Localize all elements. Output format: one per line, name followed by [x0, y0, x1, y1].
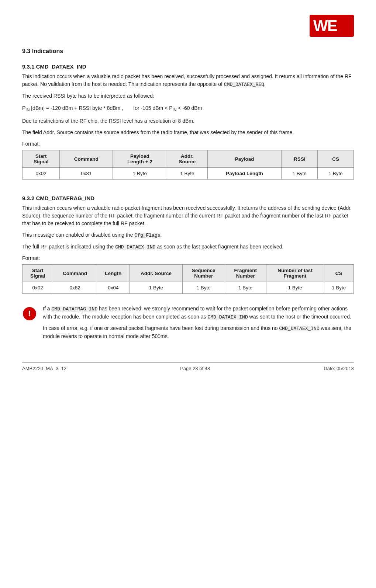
format-label-1: Format: [22, 140, 354, 148]
footer: AMB2220_MA_3_12 Page 28 of 48 Date: 05/2… [22, 362, 354, 371]
section-9-3: 9.3 Indications [22, 48, 354, 55]
cell-1byte-cs: 1 Byte [318, 168, 354, 180]
section-9-3-2-title: 9.3.2 CMD_DATAFRAG_IND [22, 195, 354, 201]
section-9-3-1: 9.3.1 CMD_DATAEX_IND This indication occ… [22, 63, 354, 180]
para-9-3-1-5: The field Addr. Source contains the sour… [22, 129, 354, 136]
footer-right: Date: 05/2018 [324, 366, 354, 371]
cell-1byte-addr: 1 Byte [167, 168, 207, 180]
cell2-0x04: 0x04 [97, 282, 130, 294]
col-header-start-signal: StartSignal [23, 150, 60, 168]
col-header-cs: CS [318, 150, 354, 168]
notice-para-2: In case of error, e.g. if one or several… [43, 324, 354, 340]
section-9-3-1-title: 9.3.1 CMD_DATAEX_IND [22, 63, 354, 70]
cell2-1byte-lastfrag: 1 Byte [266, 282, 324, 294]
page: WE 9.3 Indications 9.3.1 CMD_DATAEX_IND … [0, 0, 376, 379]
col2-header-num-last-frag: Number of lastFragment [266, 265, 324, 282]
para-9-3-2-2: This message can enabled or disabled usi… [22, 231, 354, 239]
col-header-payload: Payload [207, 150, 281, 168]
section-9-3-title: 9.3 Indications [22, 48, 354, 55]
cell-1byte-rssi: 1 Byte [282, 168, 318, 180]
notice-icon-container: ! [22, 305, 37, 322]
we-logo: WE [310, 15, 354, 37]
svg-text:WE: WE [313, 17, 337, 34]
notice-text: If a CMD_DATAFRAG_IND has been received,… [43, 305, 354, 344]
col-header-rssi: RSSI [282, 150, 318, 168]
col-header-command: Command [60, 150, 113, 168]
para-9-3-1-4: Due to restrictions of the RF chip, the … [22, 117, 354, 125]
col2-header-cs: CS [324, 265, 354, 282]
table-9-3-2: StartSignal Command Length Addr. Source … [22, 264, 354, 294]
cell-0x81: 0x81 [60, 168, 113, 180]
warning-icon: ! [22, 306, 37, 321]
logo-area: WE [22, 15, 354, 37]
section-9-3-2: 9.3.2 CMD_DATAFRAG_IND This indication o… [22, 195, 354, 348]
cell-payload-length: Payload Length [207, 168, 281, 180]
para-9-3-1-1: This indication occurs when a valuable r… [22, 73, 354, 88]
col2-header-addr-source: Addr. Source [130, 265, 183, 282]
para-9-3-2-1: This indication occurs when a valuable r… [22, 204, 354, 227]
col2-header-start-signal: StartSignal [23, 265, 53, 282]
footer-left: AMB2220_MA_3_12 [22, 366, 66, 371]
col-header-addr-source: Addr.Source [167, 150, 207, 168]
svg-text:!: ! [28, 309, 31, 318]
footer-center: Page 28 of 48 [180, 366, 210, 371]
notice-box: ! If a CMD_DATAFRAG_IND has been receive… [22, 301, 354, 348]
cell-0x02: 0x02 [23, 168, 60, 180]
cell2-1byte-seq: 1 Byte [182, 282, 225, 294]
cell2-1byte-cs: 1 Byte [324, 282, 354, 294]
cell2-0x02: 0x02 [23, 282, 53, 294]
format-label-2: Format: [22, 254, 354, 262]
table-row-1: 0x02 0x81 1 Byte 1 Byte Payload Length 1… [23, 168, 354, 180]
para-9-3-1-2: The received RSSI byte has to be interpr… [22, 92, 354, 100]
col2-header-frag-number: FragmentNumber [225, 265, 266, 282]
col-header-payload-length: PayloadLength + 2 [113, 150, 167, 168]
notice-para-1: If a CMD_DATAFRAG_IND has been received,… [43, 305, 354, 321]
col2-header-command: Command [53, 265, 97, 282]
pin-formula: PIN [dBm] = -120 dBm + RSSI byte * 8dBm … [22, 104, 354, 114]
table-9-3-1: StartSignal Command PayloadLength + 2 Ad… [22, 150, 354, 180]
para-9-3-2-3: The full RF packet is indicated using th… [22, 243, 354, 251]
cell-1byte-pl: 1 Byte [113, 168, 167, 180]
col2-header-length: Length [97, 265, 130, 282]
table-row-2: 0x02 0x82 0x04 1 Byte 1 Byte 1 Byte 1 By… [23, 282, 354, 294]
cell2-1byte-addr: 1 Byte [130, 282, 183, 294]
cell2-0x82: 0x82 [53, 282, 97, 294]
cell2-1byte-frag: 1 Byte [225, 282, 266, 294]
col2-header-seq-number: SequenceNumber [182, 265, 225, 282]
